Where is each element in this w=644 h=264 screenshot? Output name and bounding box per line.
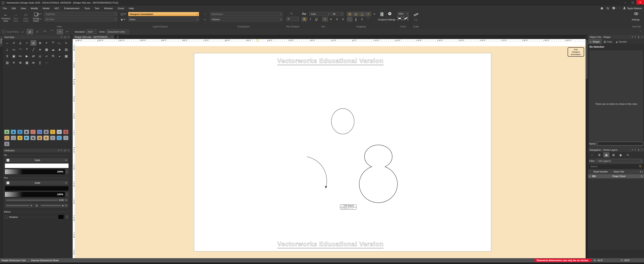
new-document-tab-button[interactable]: + xyxy=(117,35,118,39)
menu-entertainment[interactable]: Entertainment xyxy=(62,6,82,11)
search-icon[interactable] xyxy=(606,7,609,10)
maximize-button[interactable]: ▢ xyxy=(629,0,636,5)
snapping-settings-gear-icon[interactable] xyxy=(388,12,392,16)
door-tools-palette-icon[interactable]: ▯ xyxy=(11,136,16,140)
line-thickness-dropdown[interactable]: 0.05 ▼ xyxy=(5,198,69,202)
font-dropdown[interactable]: Arial▾ xyxy=(310,12,330,16)
pin-icon[interactable] xyxy=(64,150,66,152)
export-tool[interactable]: ▶ xyxy=(24,53,30,59)
pen-style-dropdown[interactable]: Solid ▼ xyxy=(5,180,69,185)
attributes-header[interactable]: Attributes ≡?× xyxy=(3,148,70,153)
tool-sets-header[interactable]: Tool Sets ≡× xyxy=(3,35,70,39)
row-visibility-check[interactable]: ✓ xyxy=(588,175,592,178)
suspend-snapping-icon[interactable] xyxy=(380,12,383,16)
wand-tool[interactable]: ∗ xyxy=(37,47,43,52)
u-channel-tool[interactable]: ⊔ xyxy=(37,53,43,59)
document-tab-close-icon[interactable]: × xyxy=(111,36,113,38)
render-mode-icon[interactable]: ◔ xyxy=(204,12,206,16)
line-style-dropdown[interactable]: ▼ xyxy=(5,203,34,208)
tape-measure-tool[interactable]: ▭ xyxy=(11,47,17,52)
sheet-table-header[interactable]: Sheet Number Sheet Title # ▲ xyxy=(588,169,644,174)
tool-set-settings-palette-icon[interactable]: ⊛ xyxy=(4,142,9,146)
tab-render[interactable]: ◭Render xyxy=(614,39,629,44)
home-icon[interactable] xyxy=(600,7,603,10)
shadow-checkbox[interactable] xyxy=(5,216,8,218)
close-icon[interactable]: × xyxy=(68,36,69,38)
plan-rotation-input[interactable]: 0° xyxy=(286,17,299,21)
pen-color-bar[interactable] xyxy=(5,186,69,191)
menu-icon[interactable]: ≡ xyxy=(61,36,62,38)
focus-point-tool[interactable]: ⊕ xyxy=(18,60,23,65)
selection-pointer-tool[interactable]: ⌖ xyxy=(44,40,50,46)
chain-dimension-tool[interactable]: ¹² xyxy=(50,40,56,46)
layer-icon[interactable]: ▢ ˅ xyxy=(121,12,126,16)
structural-tools-palette-icon[interactable]: ≡ xyxy=(50,136,55,140)
units-dropdown[interactable]: Document Units˅ xyxy=(106,30,129,34)
marker-style-dropdown[interactable]: ► ▼ xyxy=(40,203,69,208)
snap-smart-points-toggle[interactable]: ⋱ xyxy=(347,17,352,22)
render-mode-dropdown[interactable]: Wireframe˅ xyxy=(210,12,282,16)
id-label-tool[interactable]: ◈ xyxy=(57,47,62,52)
fit-page-icon[interactable] xyxy=(404,17,408,21)
close-icon[interactable]: × xyxy=(642,149,643,151)
stacking-tool[interactable]: ▩ xyxy=(63,53,69,59)
gear-icon[interactable]: ▾ xyxy=(612,7,616,10)
menu-model[interactable]: Model xyxy=(40,6,52,11)
standard-dropdown[interactable]: Arch˅ xyxy=(86,30,96,34)
shoulder-right-mode-button[interactable]: ⌐ xyxy=(64,29,70,34)
site-planning-tools-palette-icon[interactable]: ▰ xyxy=(4,130,9,134)
menu-icon[interactable]: ≡ xyxy=(58,149,59,152)
detailing-tools-palette-icon[interactable]: ▥ xyxy=(37,136,42,140)
drawing-objects[interactable] xyxy=(75,42,586,258)
projection-cube-icon[interactable]: ◇ ˅ xyxy=(37,18,41,21)
collapse-view-bar-icon[interactable]: ⌃ xyxy=(640,31,642,33)
protractor-tool[interactable]: ◠ xyxy=(18,47,23,52)
drawing-label[interactable]: 1 My Shapes 001 Scale: 1/4" = 1'-0" xyxy=(340,204,356,210)
menu-icon[interactable]: ≡ xyxy=(632,36,633,38)
align-plane-button[interactable]: ▱Align Plane xyxy=(22,12,30,22)
section-line-tool[interactable]: ◒ xyxy=(57,53,62,59)
arc-object[interactable] xyxy=(307,157,327,186)
saved-views-icon[interactable]: ◉ xyxy=(618,153,624,157)
zoom-level-dropdown[interactable]: 46%▾ xyxy=(397,12,409,16)
sort-arrow-icon[interactable]: ▲ xyxy=(642,171,643,173)
menu-modify[interactable]: Modify xyxy=(28,6,40,11)
close-icon[interactable]: × xyxy=(642,36,643,38)
edit-modes-icon[interactable]: ∴ xyxy=(589,153,595,157)
active-layer-dropdown[interactable]: Viewport Annotation▾ xyxy=(128,12,199,16)
menu-cloud[interactable]: Cloud xyxy=(115,6,126,11)
drawing-border-tool[interactable]: ▣ xyxy=(11,53,17,59)
close-button[interactable]: ✕ xyxy=(636,0,644,5)
snap-grid-toggle[interactable]: ⊞ xyxy=(347,12,352,16)
fit-objects-icon[interactable] xyxy=(397,17,402,21)
render-style-dropdown[interactable]: <None>▾ xyxy=(210,17,282,21)
shadow-color-swatch[interactable] xyxy=(58,215,64,219)
gis-tools-palette-icon[interactable]: ● xyxy=(18,130,22,134)
hyperlink-tool[interactable]: ▱ xyxy=(44,53,50,59)
ordinate-dimension-tool[interactable]: ⊥ xyxy=(4,47,10,52)
camera-tools-palette-icon[interactable]: ◉ xyxy=(30,136,36,140)
align-center-button[interactable]: ≡ xyxy=(328,17,334,22)
text-style-button[interactable]: Aa˅ xyxy=(302,12,308,16)
snap-distance-toggle[interactable]: = xyxy=(372,12,377,16)
internal-diametrical-mode-button[interactable]: ⌀ xyxy=(27,29,33,34)
minimize-button[interactable]: – xyxy=(622,0,629,5)
sheet-layer-row[interactable]: ✓001Shape Sheet1 xyxy=(588,174,644,178)
help-icon[interactable]: ? xyxy=(61,149,62,152)
leader-line-tool[interactable]: •‥ xyxy=(57,40,62,46)
active-class-dropdown[interactable]: None▾ xyxy=(128,17,199,21)
angular-dimension-tool[interactable]: ∠ xyxy=(18,40,23,46)
fastener-tools-palette-icon[interactable]: † xyxy=(63,136,68,140)
pin-icon[interactable] xyxy=(638,36,640,38)
radial-arrow-out-mode-button[interactable]: ◠ xyxy=(42,29,48,34)
menu-icon[interactable]: ≡ xyxy=(632,149,633,151)
revision-cloud-tool[interactable]: ☁ xyxy=(50,47,56,52)
radial-dimension-tool[interactable]: ⌀ xyxy=(30,40,36,46)
unconstrained-linear-dimension-tool[interactable]: ⇗ xyxy=(11,40,17,46)
electrical-tools-palette-icon[interactable]: ϟ xyxy=(50,130,55,134)
snap-angle-toggle[interactable]: △ xyxy=(359,12,365,16)
help-icon[interactable]: ? xyxy=(635,149,636,151)
menu-tools[interactable]: Tools xyxy=(82,6,92,11)
align-left-button[interactable]: ≡ xyxy=(322,17,328,22)
previous-view-button[interactable]: ←Previous View xyxy=(2,12,10,22)
